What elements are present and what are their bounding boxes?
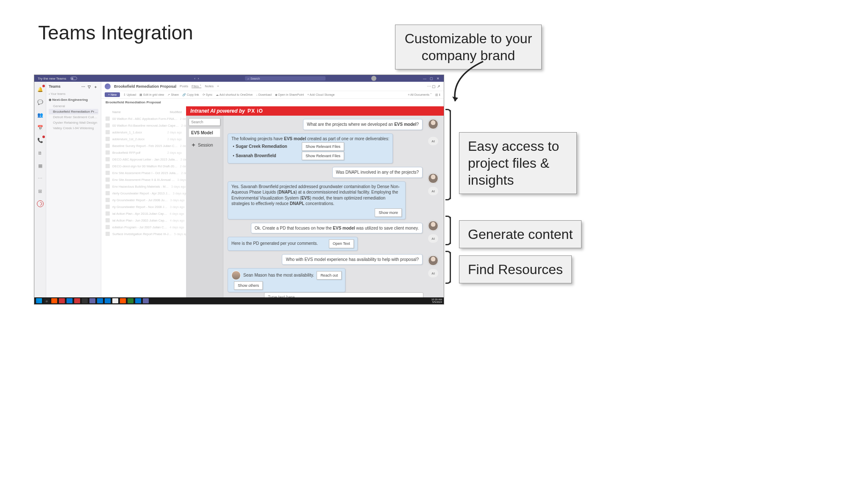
nav-back[interactable]: ‹ [194,77,195,80]
nav-fwd[interactable]: › [198,77,199,80]
shortcut-button[interactable]: ☁ Add shortcut to OneDrive [216,93,253,97]
close-icon[interactable]: ✕ [436,77,440,80]
team-name[interactable]: ◆ Next-Gen Engineering [49,98,98,102]
try-new-teams[interactable]: Try the new Teams [38,77,66,80]
file-row[interactable]: Env Site Assesment Phase I - Oct 2015 Ju… [101,169,186,176]
file-row[interactable]: Brookefield RFP.pdf2 days ago [101,149,186,156]
ai-avatar [428,187,438,195]
ai-session-label[interactable]: EVS Model [189,128,220,137]
rail-apps[interactable]: ▦ [37,162,44,169]
rail-calls[interactable]: 📞 [37,137,44,144]
breadcrumb[interactable]: Brookefield Remediation Proposal [101,99,444,106]
rail-teams[interactable]: 👥 [37,111,44,118]
taskbar-app[interactable] [51,298,57,303]
brace-files [445,110,451,199]
taskbar-app[interactable] [112,298,118,303]
channel-more-icon[interactable]: ⋯ ▢ ↗ [427,84,440,89]
file-row[interactable]: 00 Wallton Rd-Baseline removal-Julian Ca… [101,122,186,129]
channel-valley[interactable]: Valley Creek I-94 Widening [49,125,98,131]
file-icon [106,184,110,189]
message-bubble: What are the projects where we developed… [303,119,423,130]
file-row[interactable]: DECO-deed-sign for 00 Wallton Rd Draft-2… [101,163,186,169]
new-button[interactable]: + New [105,92,120,97]
taskbar-start[interactable] [36,298,42,303]
file-row[interactable]: ediation Program - Jul 2007-Julian C…4 d… [101,224,186,230]
channel-brookefield[interactable]: Brookefield Remediation Proposal [49,109,98,114]
tab-files[interactable]: Files ˅ [192,84,201,88]
brace-generate [445,217,451,244]
file-row[interactable]: addendum_1st_2.docx2 days ago [101,136,186,142]
message-bubble: The following projects have EVS model cr… [228,133,393,164]
file-row[interactable]: rly Groundwater Report - Nov 2008 J…3 da… [101,203,186,210]
tab-add[interactable]: + [217,84,219,88]
rail-pxio[interactable] [37,200,44,207]
rail-chat[interactable]: 💬 [37,99,44,105]
reach-out-button[interactable]: Reach out [317,271,342,280]
rail-more[interactable]: ⋯ [37,175,44,182]
taskbar-app[interactable] [128,298,134,303]
upload-button[interactable]: ↥ Upload [123,93,136,97]
channel-detroit[interactable]: Detroit River Sediment Collection [49,114,98,120]
user-avatar [428,255,438,266]
user-avatar [428,119,438,129]
taskbar-app[interactable] [105,298,111,303]
file-row[interactable]: Surface Investigation Report Phase III-J… [101,230,186,237]
show-files-button[interactable]: Show Relevant Files [302,142,344,151]
taskbar-app[interactable] [89,298,95,303]
channel-oyster[interactable]: Oyster Retaining Wall Design [49,120,98,125]
rail-calendar[interactable]: 📅 [37,124,44,131]
file-row[interactable]: Env Hazardous Building Materials - M…3 d… [101,183,186,190]
file-row[interactable]: ial Action Plan - Jun 2002-Julian Cap…4 … [101,217,186,224]
show-more-button[interactable]: Show more [375,208,402,217]
share-button[interactable]: ↗ Share [167,93,179,97]
file-row[interactable]: 00 Wallton Rd - ABC Application Form-FIN… [101,115,186,122]
rail-files[interactable]: 🗎 [37,150,44,156]
global-search[interactable]: ⌕Search [245,76,326,80]
taskbar-app[interactable] [135,298,141,303]
copylink-button[interactable]: 🔗 Copy link [182,93,199,97]
rail-activity[interactable]: 🔔 [37,86,44,93]
minimize-icon[interactable]: — [423,77,427,80]
sync-button[interactable]: ⟳ Sync [203,93,213,97]
ai-sidebar: Search EVS Model ＋Session [186,116,223,304]
try-new-toggle[interactable] [70,77,77,80]
file-row[interactable]: DECO-ABC Approval Letter - Jan 2015 Juli… [101,156,186,163]
new-session-button[interactable]: ＋Session [189,140,220,150]
download-button[interactable]: ↓ Download [256,93,272,96]
tab-notes[interactable]: Notes [205,84,214,88]
channel-general[interactable]: General [49,103,98,109]
file-row[interactable]: Env Site Assesment Phase II & III-Annual… [101,176,186,183]
show-others-button[interactable]: Show others [234,281,263,290]
cloud-storage-button[interactable]: + Add Cloud Storage [307,93,335,96]
taskbar-app[interactable] [67,298,72,303]
file-row[interactable]: rterly Groundwater Report - Apr 2013 J…3… [101,190,186,197]
file-icon [106,177,110,182]
edit-grid-button[interactable]: ▦ Edit in grid view [139,93,164,97]
taskbar-app[interactable] [120,298,126,303]
file-row[interactable]: rly Groundwater Report - Jul 2008 Ju…3 d… [101,197,186,203]
taskbar-app[interactable] [74,298,80,303]
file-name: addendum_1st_2.docx [112,137,145,141]
open-sharepoint-button[interactable]: ◆ Open in SharePoint [275,93,304,97]
file-row[interactable]: Baseline Survey Report - Feb 2015 Julian… [101,142,186,149]
teams-list-controls[interactable]: ⋯ ▽ ＋ [81,84,98,90]
taskbar-clock[interactable]: 10:29 AM5/5/2024 [431,298,442,303]
file-row[interactable]: addendum_1_1.docx2 days ago [101,129,186,136]
tab-posts[interactable]: Posts [180,84,188,88]
file-row[interactable]: ial Action Plan - Apr 2018-Julian Cap…4 … [101,210,186,217]
action-button[interactable]: Open Text [329,239,354,248]
ai-search-input[interactable]: Search [189,118,220,126]
taskbar: ⌕ 10:29 AM5/5/2024 [34,297,444,304]
file-icon [106,116,110,121]
rail-store[interactable]: ⊞ [37,188,44,194]
taskbar-app[interactable] [82,298,88,303]
view-options-icon[interactable]: ▥ ℹ [435,93,440,97]
taskbar-search[interactable]: ⌕ [44,298,50,303]
taskbar-app[interactable] [59,298,65,303]
taskbar-app[interactable] [143,298,149,303]
profile-avatar[interactable] [371,76,376,81]
taskbar-app[interactable] [97,298,103,303]
all-documents-dropdown[interactable]: ≡ All Documents ˅ [408,93,432,97]
show-files-button[interactable]: Show Relevant Files [302,152,344,160]
maximize-icon[interactable]: ▢ [429,77,434,80]
